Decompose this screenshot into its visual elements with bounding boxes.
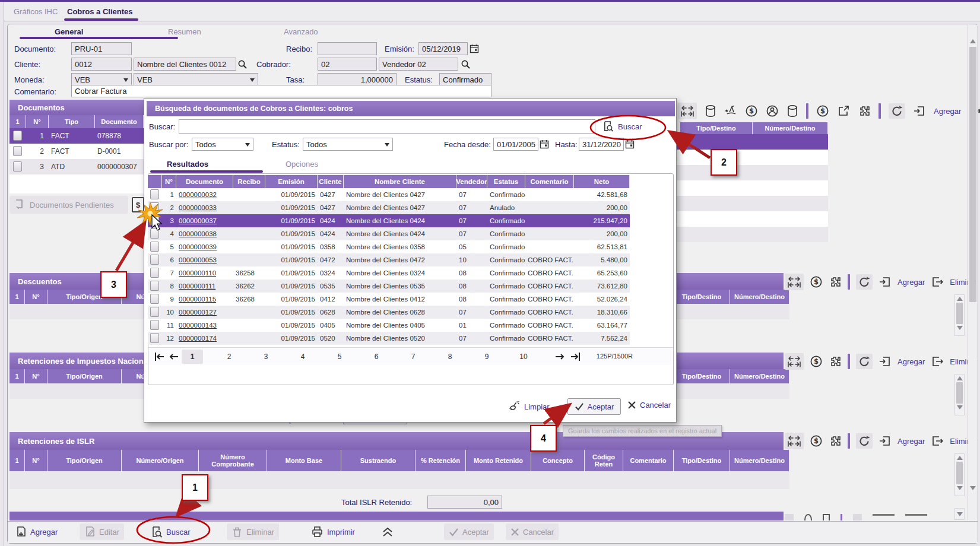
document-link[interactable]: 0000000033 [179, 204, 217, 211]
database-icon[interactable] [786, 104, 798, 118]
refresh-icon[interactable] [856, 354, 873, 369]
results-row[interactable]: 4000000003801/09/20150424Nombre del Clie… [148, 227, 630, 240]
plugin-icon[interactable] [829, 434, 842, 447]
tab-cobros-a-clientes[interactable]: Cobros a Clientes [67, 7, 133, 16]
plugin-icon[interactable] [829, 355, 842, 368]
cell-documento[interactable]: 0000000039 [176, 240, 233, 253]
cell-documento[interactable]: 0000000053 [176, 253, 233, 266]
emision-calendar-icon[interactable] [470, 44, 479, 53]
scroll-down-icon[interactable] [957, 486, 963, 490]
row-checkbox[interactable] [150, 215, 159, 226]
results-row[interactable]: 12000000017401/09/20150520Nombre del Cli… [148, 332, 630, 345]
remove-row-icon[interactable] [931, 434, 944, 447]
hasta-field[interactable]: 31/12/2020 [579, 138, 624, 151]
tab-resultados[interactable]: Resultados [167, 160, 208, 169]
magic-icon[interactable] [724, 104, 737, 118]
currency-icon[interactable]: $ [816, 104, 829, 118]
tab-avanzado[interactable]: Avanzado [284, 27, 318, 36]
row-checkbox[interactable] [150, 268, 159, 278]
limpiar-button[interactable]: Limpiar [508, 401, 550, 412]
eliminar-button[interactable]: Eliminar [227, 523, 279, 540]
scrollbar-thumb[interactable] [956, 303, 963, 324]
page-number[interactable]: 8 [439, 350, 461, 364]
add-row-icon[interactable] [878, 275, 892, 288]
cancelar-button-bottom[interactable]: Cancelar [506, 523, 559, 540]
results-row[interactable]: 5000000003901/09/20150358Nombre del Clie… [148, 240, 630, 253]
modal-estatus-select[interactable]: Todos [303, 138, 393, 151]
cancelar-button[interactable]: Cancelar [627, 401, 671, 410]
last-page-icon[interactable] [569, 351, 582, 362]
export-icon[interactable] [837, 104, 850, 118]
cell-documento[interactable]: 0000000174 [176, 332, 233, 345]
refresh-icon[interactable] [856, 274, 873, 290]
buscar-por-select[interactable]: Todos [192, 138, 253, 151]
currency-icon[interactable]: $ [745, 104, 758, 118]
results-row[interactable]: 1000000003201/09/20150427Nombre del Clie… [148, 188, 630, 201]
cliente-name-field[interactable]: Nombre del Clientes 0012 [134, 58, 236, 71]
document-link[interactable]: 0000000037 [179, 217, 217, 224]
document-link[interactable]: 0000000038 [179, 230, 217, 237]
page-number[interactable]: 10 [513, 350, 534, 364]
fecha-desde-calendar-icon[interactable] [540, 139, 549, 149]
panel-scrollbar[interactable] [954, 453, 965, 496]
modal-search-input[interactable] [179, 119, 595, 134]
results-row[interactable]: 900000001153626801/09/20150412Nombre del… [148, 293, 630, 306]
scroll-down-icon[interactable] [957, 326, 963, 330]
cobrador-search-icon[interactable] [461, 59, 471, 69]
row-checkbox[interactable] [150, 281, 159, 291]
refresh-icon[interactable] [889, 103, 905, 119]
page-number[interactable]: 4 [292, 350, 313, 364]
row-checkbox[interactable] [150, 320, 159, 330]
dest-selected-row[interactable] [677, 134, 828, 150]
cliente-code-field[interactable]: 0012 [71, 58, 132, 71]
plugin-icon[interactable] [829, 275, 842, 288]
row-checkbox[interactable] [150, 202, 159, 212]
next-page-icon[interactable] [553, 351, 566, 362]
cobrador-code-field[interactable]: 02 [318, 58, 377, 71]
first-page-icon[interactable] [153, 351, 166, 362]
documento-field[interactable]: PRU-01 [71, 42, 132, 55]
cell-documento[interactable]: 0000000037 [176, 214, 233, 227]
emision-field[interactable]: 05/12/2019 [418, 42, 468, 55]
page-number[interactable]: 2 [218, 350, 240, 364]
row-checkbox[interactable] [150, 255, 159, 265]
database-icon[interactable] [705, 104, 716, 118]
tasa-field[interactable]: 1,000000 [318, 73, 397, 86]
cobrador-name-field[interactable]: Vendedor 02 [379, 58, 458, 71]
document-link[interactable]: 0000000039 [179, 243, 217, 250]
currency-icon[interactable]: $ [810, 275, 823, 288]
document-link[interactable]: 0000000111 [179, 282, 215, 290]
cell-documento[interactable]: 0000000038 [176, 227, 233, 240]
tab-opciones[interactable]: Opciones [286, 160, 318, 169]
results-row[interactable]: 2000000003301/09/20150427Nombre del Clie… [148, 201, 630, 214]
results-row[interactable]: 10000000012701/09/20150628Nombre del Cli… [148, 306, 630, 319]
row-checkbox[interactable] [13, 146, 22, 156]
row-checkbox[interactable] [150, 294, 159, 304]
panel-scrollbar[interactable] [954, 508, 965, 520]
aceptar-button-bottom[interactable]: Aceptar [444, 523, 494, 540]
scroll-up-icon[interactable] [957, 376, 963, 380]
documentos-row[interactable]: 3ATD0000000307 [9, 159, 144, 174]
cell-documento[interactable]: 0000000127 [176, 306, 233, 319]
scrollbar-thumb[interactable] [956, 462, 963, 484]
results-row[interactable]: 700000001103625801/09/20150324Nombre del… [148, 266, 630, 280]
documentos-row[interactable]: 1FACT078878 [9, 128, 144, 144]
imprimir-button[interactable]: Imprimir [306, 523, 360, 540]
resize-columns-icon[interactable] [785, 433, 804, 449]
cell-documento[interactable]: 0000000115 [176, 293, 233, 306]
panel-scrollbar[interactable] [954, 374, 965, 415]
recibo-field[interactable] [318, 42, 377, 55]
modal-buscar-button[interactable]: Buscar [602, 119, 642, 134]
scroll-down-icon[interactable] [957, 512, 963, 516]
document-link[interactable]: 0000000032 [179, 191, 217, 198]
buscar-button[interactable]: Buscar [146, 523, 195, 540]
page-number[interactable]: 6 [366, 350, 387, 364]
toolbar-agregar-button[interactable]: Agregar [934, 107, 961, 116]
page-number[interactable]: 1 [182, 350, 203, 364]
comentario-field[interactable]: Cobrar Factura [71, 85, 491, 97]
row-checkbox[interactable] [150, 228, 159, 239]
document-link[interactable]: 0000000110 [179, 269, 216, 277]
page-number[interactable]: 9 [476, 350, 497, 364]
dollar-button[interactable]: $ [132, 197, 144, 212]
results-row[interactable]: 800000001113626201/09/20150535Nombre del… [148, 280, 630, 293]
